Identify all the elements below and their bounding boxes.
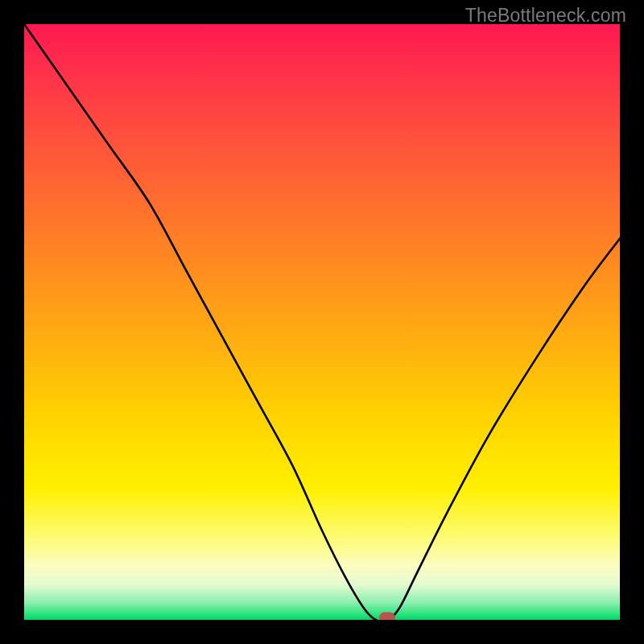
curve-svg bbox=[24, 24, 620, 620]
plot-area bbox=[24, 24, 620, 620]
optimum-marker bbox=[379, 613, 395, 621]
bottleneck-curve bbox=[24, 24, 620, 620]
chart-frame: TheBottleneck.com bbox=[0, 0, 644, 644]
watermark-text: TheBottleneck.com bbox=[465, 5, 626, 27]
